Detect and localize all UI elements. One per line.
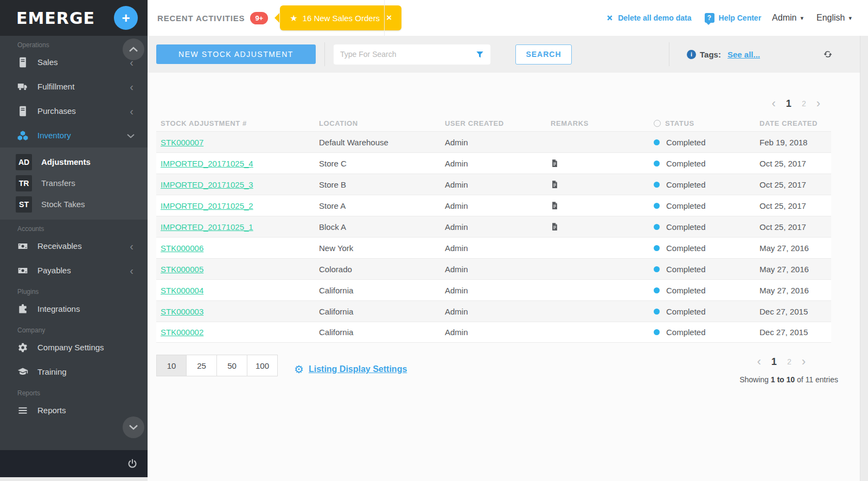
sidebar-item-reports[interactable]: Reports [0,398,148,422]
page-size-100[interactable]: 100 [247,355,278,376]
adjustment-link[interactable]: IMPORTED_20171025_4 [161,159,253,168]
search-input[interactable] [340,50,476,59]
user-cell: Admin [441,307,546,316]
tags-see-all-link[interactable]: See all... [727,50,760,59]
column-header-id[interactable]: STOCK ADJUSTMENT # [156,119,315,127]
help-center-link[interactable]: ? Help Center [705,13,762,23]
chevron-left-icon: ‹ [130,81,133,92]
table-row: STK000003 California Admin Completed Dec… [156,300,831,322]
refresh-icon[interactable] [822,49,833,60]
sidebar-scroll-up-button[interactable] [123,39,144,60]
sidebar-item-fulfillment[interactable]: Fulfillment ‹ [0,74,148,99]
info-icon[interactable]: i [687,50,696,59]
close-icon[interactable]: × [386,12,392,23]
date-cell: Oct 25, 2017 [755,201,831,210]
stock-takes-abbr-badge: ST [16,196,32,213]
caret-down-icon: ▾ [800,15,803,22]
sidebar-item-receivables[interactable]: Receivables ‹ [0,234,148,258]
status-cell: Completed [649,159,755,168]
column-header-location[interactable]: LOCATION [315,119,441,127]
search-button[interactable]: SEARCH [515,44,572,65]
question-bubble-icon: ? [705,13,714,23]
column-header-date[interactable]: DATE CREATED [755,119,831,127]
sidebar-item-payables[interactable]: Payables ‹ [0,258,148,283]
chevron-down-icon [127,131,135,140]
scrollbar-track[interactable] [860,36,868,481]
adjustment-link[interactable]: IMPORTED_20171025_2 [161,201,253,210]
power-icon[interactable] [127,458,138,469]
recent-activities-count-badge[interactable]: 9+ [250,12,268,24]
sidebar-item-integrations[interactable]: Integrations [0,297,148,321]
table-row: STK000007 Default Warehouse Admin Comple… [156,131,831,152]
prev-page-arrow[interactable]: ‹ [772,98,776,110]
next-page-arrow[interactable]: › [802,356,806,368]
document-icon[interactable] [551,222,559,232]
location-cell: Store C [315,159,441,168]
sidebar-scroll-down-button[interactable] [123,416,144,438]
page-size-25[interactable]: 25 [187,355,217,376]
user-cell: Admin [441,180,546,189]
user-menu-dropdown[interactable]: Admin ▾ [772,13,803,23]
page-number-1[interactable]: 1 [771,356,777,368]
document-icon[interactable] [551,158,559,168]
adjustment-link[interactable]: STK000005 [161,265,203,274]
user-cell: Admin [441,201,546,210]
sales-orders-toast[interactable]: ★ 16 New Sales Orders × [280,5,401,30]
next-page-arrow[interactable]: › [816,98,820,110]
help-center-label: Help Center [719,14,762,22]
page-size-10[interactable]: 10 [156,355,187,376]
adjustment-link[interactable]: IMPORTED_20171025_3 [161,180,253,189]
sidebar-item-inventory[interactable]: Inventory [0,123,148,147]
user-menu-label: Admin [772,13,796,23]
recent-activities-label: RECENT ACTIVITIES [157,14,245,23]
adjustment-link[interactable]: STK000004 [161,286,203,295]
sidebar-item-purchases[interactable]: Purchases ‹ [0,99,148,123]
table-row: STK000002 California Admin Completed Dec… [156,322,831,343]
book-icon [17,106,28,117]
date-cell: May 27, 2016 [755,243,831,253]
sidebar-item-label: Sales [37,57,58,67]
remarks-cell [546,179,649,189]
section-plugins-label: Plugins [0,283,148,297]
delete-demo-data-link[interactable]: Delete all demo data [606,14,691,22]
tags-label: Tags: [700,50,721,59]
column-header-remarks[interactable]: REMARKS [546,119,649,127]
sidebar-item-company-settings[interactable]: Company Settings [0,335,148,360]
page-number-1[interactable]: 1 [786,98,792,110]
app-window: EMERGE + Operations Sales ‹ Fulfillment … [0,0,868,481]
filter-funnel-icon[interactable] [476,50,484,59]
quick-add-button[interactable]: + [114,6,138,30]
adjustment-link[interactable]: IMPORTED_20171025_1 [161,222,253,232]
search-field [334,44,490,65]
page-size-50[interactable]: 50 [217,355,247,376]
status-cell: Completed [649,201,755,210]
sidebar-item-adjustments[interactable]: AD Adjustments [0,151,148,172]
prev-page-arrow[interactable]: ‹ [757,356,761,368]
toolbar-right: i Tags: See all... [660,42,868,66]
location-cell: Block A [315,222,441,232]
language-dropdown[interactable]: English ▾ [816,13,852,23]
document-icon[interactable] [551,201,559,210]
sidebar-item-transfers[interactable]: TR Transfers [0,172,148,194]
adjustment-link[interactable]: STK000006 [161,243,203,253]
page-number-2[interactable]: 2 [802,99,806,108]
truck-icon [17,81,28,92]
toast-message: 16 New Sales Orders [303,14,380,23]
new-stock-adjustment-button[interactable]: NEW STOCK ADJUSTMENT [156,44,316,64]
listing-display-settings-link[interactable]: ⚙ Listing Display Settings [294,355,407,384]
location-cell: New York [315,243,441,253]
sidebar-item-stock-takes[interactable]: ST Stock Takes [0,194,148,215]
page-number-2[interactable]: 2 [787,357,792,366]
adjustment-link[interactable]: STK000007 [161,138,203,147]
sidebar-item-training[interactable]: Training [0,360,148,384]
remarks-cell [546,222,649,232]
column-header-user[interactable]: USER CREATED [441,119,546,127]
gear-icon: ⚙ [294,363,304,376]
user-cell: Admin [441,328,546,337]
sidebar-item-label: Integrations [37,304,80,313]
adjustment-link[interactable]: STK000003 [161,307,203,316]
table-row: STK000004 California Admin Completed May… [156,279,831,300]
document-icon[interactable] [551,179,559,189]
adjustment-link[interactable]: STK000002 [161,328,203,337]
column-header-status[interactable]: STATUS [649,119,755,127]
